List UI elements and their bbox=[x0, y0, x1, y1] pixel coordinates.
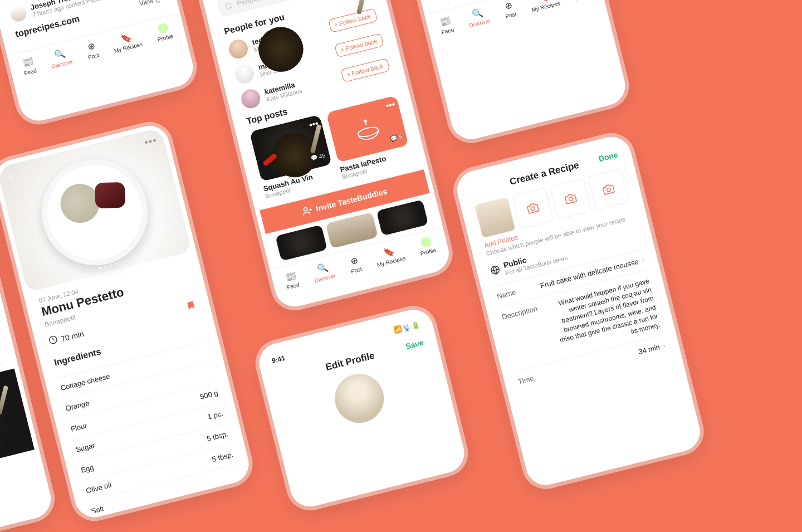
post-card[interactable]: ••• 💬45 Squash Au Vin Bonapetit bbox=[250, 114, 338, 203]
profile-post-thumb[interactable]: ia 💬 3 bbox=[0, 368, 35, 490]
svg-point-17 bbox=[569, 197, 573, 201]
add-photo-slot[interactable] bbox=[550, 178, 591, 219]
chevron-right-icon: › bbox=[640, 256, 645, 265]
post-thumb[interactable] bbox=[376, 199, 428, 236]
svg-point-18 bbox=[607, 187, 611, 192]
camera-icon bbox=[526, 201, 540, 214]
follow-back-button[interactable]: + Follow back bbox=[335, 33, 384, 57]
back-icon[interactable] bbox=[4, 170, 17, 184]
follow-back-button[interactable]: + Follow back bbox=[329, 8, 378, 32]
camera-icon bbox=[602, 182, 615, 196]
post-thumb[interactable] bbox=[326, 212, 378, 248]
photo-thumb[interactable] bbox=[474, 196, 516, 238]
svg-point-7 bbox=[225, 2, 231, 8]
comment-icon: 💬 bbox=[390, 134, 398, 141]
chevron-right-icon: › bbox=[662, 341, 666, 350]
status-time: 9:41 bbox=[271, 354, 286, 364]
dish-placeholder-icon bbox=[352, 113, 383, 144]
add-photo-slot[interactable] bbox=[588, 168, 629, 210]
follow-back-button[interactable]: + Follow back bbox=[341, 57, 390, 82]
svg-point-10 bbox=[364, 120, 366, 122]
tab-profile[interactable]: Profile bbox=[154, 21, 174, 43]
view-source[interactable]: View bbox=[139, 0, 164, 7]
svg-point-11 bbox=[304, 207, 307, 211]
tab-post[interactable]: ⊕Post bbox=[85, 40, 100, 60]
edit-avatar[interactable] bbox=[330, 368, 389, 428]
tab-feed[interactable]: 📰Feed bbox=[438, 14, 454, 36]
add-photo-slot[interactable] bbox=[512, 187, 554, 229]
tab-my-recipes[interactable]: 🔖My Recipes bbox=[528, 0, 561, 13]
status-signal-icon: 📶 📡 🔋 bbox=[393, 320, 420, 334]
tab-discover[interactable]: 🔍Discover bbox=[48, 46, 74, 69]
bookmark-filled-icon[interactable] bbox=[184, 298, 198, 314]
screen-edit-profile: 9:41 📶 📡 🔋 Edit Profile Save bbox=[255, 305, 468, 511]
screen-feed: Maya Colored and 4 more View 56 comments… bbox=[0, 0, 197, 125]
globe-icon bbox=[490, 263, 502, 277]
camera-icon bbox=[564, 192, 578, 205]
user-plus-icon bbox=[301, 204, 314, 217]
tab-feed[interactable]: 📰Feed bbox=[21, 55, 37, 76]
svg-point-16 bbox=[531, 206, 535, 211]
more-icon[interactable]: ••• bbox=[144, 135, 158, 148]
post-thumb[interactable] bbox=[275, 224, 327, 261]
svg-line-20 bbox=[491, 269, 499, 270]
tab-profile[interactable]: Profile bbox=[417, 235, 437, 257]
tab-my-recipes[interactable]: 🔖My Recipes bbox=[373, 243, 406, 268]
clock-icon bbox=[48, 334, 59, 346]
tab-bar: 📰Feed 🔍Discover ⊕Post 🔖My Recipes Profil… bbox=[429, 0, 601, 45]
tab-post[interactable]: ⊕Post bbox=[502, 0, 517, 19]
post-card[interactable]: ••• 💬5 Pasta laPesto Bonapetit bbox=[326, 95, 414, 183]
screen-discover: TasteBuds People, tags, posts People for… bbox=[194, 0, 453, 310]
screen-create-recipe: Create a Recipe Done Add Photos Choose w… bbox=[453, 133, 704, 489]
tab-my-recipes[interactable]: 🔖My Recipes bbox=[110, 29, 143, 54]
tab-discover[interactable]: 🔍Discover bbox=[311, 260, 336, 283]
tab-discover[interactable]: 🔍Discover bbox=[466, 5, 491, 28]
avatar[interactable] bbox=[9, 4, 28, 23]
more-icon[interactable]: ••• bbox=[308, 118, 320, 130]
ingredients-list: Cottage cheese Orange Flour500 g Sugar1 … bbox=[58, 341, 241, 521]
tab-profile[interactable]: Profile bbox=[571, 0, 591, 2]
tab-feed[interactable]: 📰Feed bbox=[283, 269, 300, 290]
tab-post[interactable]: ⊕Post bbox=[347, 253, 362, 274]
comment-icon: 💬 bbox=[310, 154, 318, 162]
more-icon[interactable]: ••• bbox=[385, 99, 397, 111]
